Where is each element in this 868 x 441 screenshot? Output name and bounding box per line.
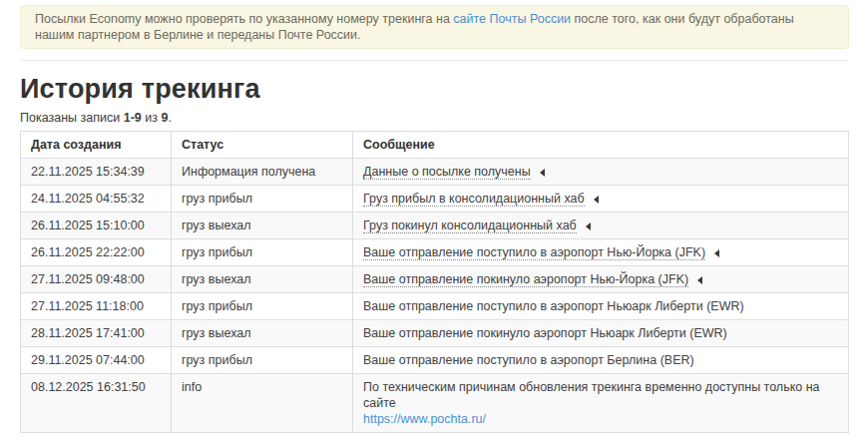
- records-summary: Показаны записи 1-9 из 9.: [20, 111, 849, 125]
- tooltip-arrow-icon: [586, 222, 591, 230]
- cell-status: Информация получена: [172, 159, 353, 186]
- cell-message: Ваше отправление покинуло аэропорт Ньюар…: [353, 320, 849, 347]
- tracking-page: Посылки Economy можно проверять по указа…: [0, 0, 868, 441]
- cell-message: Ваше отправление покинуло аэропорт Нью-Й…: [353, 266, 849, 293]
- column-header-date: Дата создания: [21, 132, 172, 159]
- cell-status: info: [172, 374, 353, 433]
- tooltip-arrow-icon: [540, 169, 545, 177]
- pochta-site-link[interactable]: сайте Почты России: [453, 12, 571, 26]
- info-message-text: По техническим причинам обновления треки…: [363, 380, 820, 410]
- cell-status: груз выехал: [172, 213, 353, 239]
- table-row: 26.11.2025 22:22:00 груз прибыл Ваше отп…: [21, 239, 849, 266]
- table-row: 22.11.2025 15:34:39 Информация получена …: [21, 159, 849, 186]
- cell-message: Груз покинул консолидационный хаб: [353, 213, 849, 239]
- cell-date: 27.11.2025 09:48:00: [21, 266, 172, 293]
- cell-message: Груз прибыл в консолидационный хаб: [353, 186, 849, 213]
- table-row: 08.12.2025 16:31:50 info По техническим …: [21, 374, 849, 433]
- cell-date: 24.11.2025 04:55:32: [21, 186, 172, 213]
- cell-message: Ваше отправление поступило в аэропорт Нь…: [353, 239, 849, 266]
- cell-status: груз прибыл: [172, 293, 353, 320]
- cell-status: груз выехал: [172, 320, 353, 347]
- cell-status: груз прибыл: [172, 186, 353, 213]
- tracking-history-table: Дата создания Статус Сообщение 22.11.202…: [20, 131, 849, 433]
- cell-message: По техническим причинам обновления треки…: [353, 374, 849, 433]
- table-row: 29.11.2025 07:44:00 груз прибыл Ваше отп…: [21, 347, 849, 374]
- cell-date: 27.11.2025 11:18:00: [21, 293, 172, 320]
- cell-date: 26.11.2025 15:10:00: [21, 213, 172, 239]
- tooltip-arrow-icon: [594, 196, 599, 204]
- cell-status: груз прибыл: [172, 347, 353, 374]
- message-tooltip-trigger[interactable]: Груз покинул консолидационный хаб: [363, 219, 577, 233]
- table-header-row: Дата создания Статус Сообщение: [21, 132, 849, 159]
- cell-date: 28.11.2025 17:41:00: [21, 320, 172, 347]
- table-row: 28.11.2025 17:41:00 груз выехал Ваше отп…: [21, 320, 849, 347]
- message-tooltip-trigger[interactable]: Груз прибыл в консолидационный хаб: [363, 192, 585, 207]
- notice-text-before: Посылки Economy можно проверять по указа…: [35, 12, 453, 26]
- table-row: 27.11.2025 11:18:00 груз прибыл Ваше отп…: [21, 293, 849, 320]
- cell-date: 22.11.2025 15:34:39: [21, 159, 172, 186]
- cell-status: груз прибыл: [172, 239, 353, 266]
- section-divider: [20, 60, 849, 61]
- cell-message: Ваше отправление поступило в аэропорт Бе…: [353, 347, 849, 374]
- cell-date: 29.11.2025 07:44:00: [21, 347, 172, 374]
- cell-date: 26.11.2025 22:22:00: [21, 239, 172, 266]
- notice-banner: Посылки Economy можно проверять по указа…: [20, 5, 849, 49]
- tooltip-arrow-icon: [714, 249, 719, 257]
- table-row: 24.11.2025 04:55:32 груз прибыл Груз при…: [21, 186, 849, 213]
- tooltip-arrow-icon: [697, 276, 702, 284]
- cell-status: груз выехал: [172, 266, 353, 293]
- message-tooltip-trigger[interactable]: Ваше отправление поступило в аэропорт Нь…: [363, 245, 705, 260]
- table-row: 26.11.2025 15:10:00 груз выехал Груз пок…: [21, 213, 849, 239]
- pochta-url-link[interactable]: https://www.pochta.ru/: [363, 412, 486, 426]
- message-tooltip-trigger[interactable]: Данные о посылке получены: [363, 165, 531, 180]
- cell-date: 08.12.2025 16:31:50: [21, 374, 172, 433]
- summary-range: 1-9: [124, 111, 142, 125]
- message-tooltip-trigger[interactable]: Ваше отправление покинуло аэропорт Нью-Й…: [363, 272, 688, 287]
- cell-message: Ваше отправление поступило в аэропорт Нь…: [353, 293, 849, 320]
- page-title: История трекинга: [20, 74, 849, 105]
- table-row: 27.11.2025 09:48:00 груз выехал Ваше отп…: [21, 266, 849, 293]
- column-header-message: Сообщение: [353, 132, 849, 159]
- column-header-status: Статус: [172, 132, 353, 159]
- summary-period: .: [168, 111, 171, 125]
- cell-message: Данные о посылке получены: [353, 159, 849, 186]
- summary-of: из: [145, 111, 158, 125]
- summary-prefix: Показаны записи: [20, 111, 120, 125]
